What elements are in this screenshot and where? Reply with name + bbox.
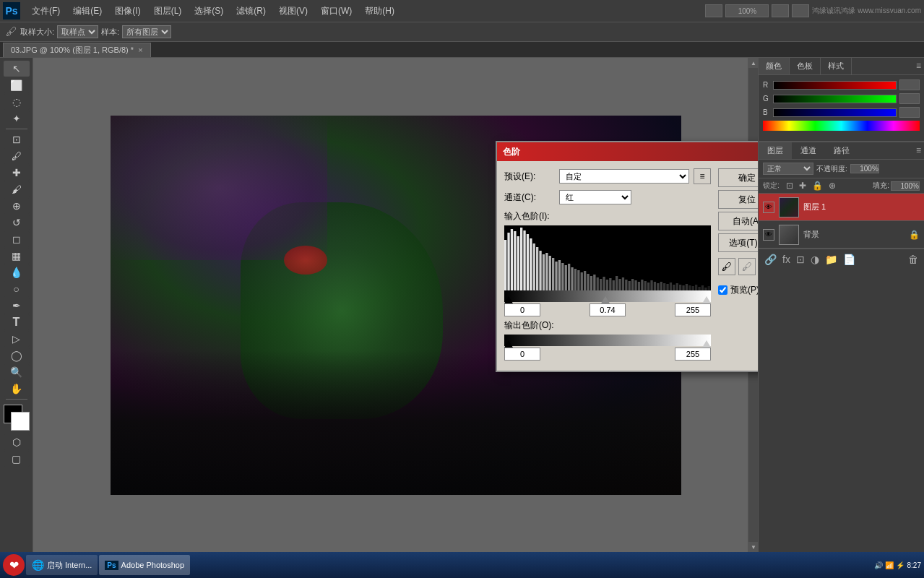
quick-mask-tool[interactable]: ⬡ [4,434,30,450]
menu-view[interactable]: 视图(V) [273,4,314,19]
sample-size-select[interactable]: 取样点 [57,25,98,38]
options-button[interactable]: 选项(T)... [718,233,758,252]
reset-button[interactable]: 复位 [718,190,758,209]
link-layers-button[interactable]: 🔗 [763,252,778,267]
preset-menu-button[interactable]: ≡ [694,168,711,184]
tool-preset-icon[interactable] [705,4,722,17]
zoom-tool[interactable]: 🔍 [4,364,30,380]
green-slider[interactable] [773,95,897,103]
output-white-handle[interactable] [702,340,711,348]
start-button[interactable]: ❤ [3,554,25,576]
lock-position-btn[interactable]: ✚ [797,180,808,191]
red-slider[interactable] [773,81,897,90]
blur-tool[interactable]: 💧 [4,264,30,280]
blend-mode-select[interactable]: 正常 [763,163,813,175]
menu-edit[interactable]: 编辑(E) [67,4,108,19]
channel-select[interactable]: 红 [559,190,631,204]
output-black-handle[interactable] [504,340,513,348]
nav-icon[interactable] [772,4,789,17]
color-spectrum[interactable] [763,121,920,131]
output-min-field[interactable] [504,348,540,361]
blue-value-field[interactable] [899,107,920,118]
lock-icon-btn[interactable]: ⊕ [826,180,838,191]
black-point-eyedropper[interactable]: 🖋 [718,258,735,275]
taskbar-item-ie[interactable]: 🌐 启动 Intern... [26,555,98,575]
gradient-tool[interactable]: ▦ [4,248,30,264]
input-mid-handle[interactable] [601,296,610,303]
layer-visibility-1[interactable]: 👁 [763,202,774,213]
tab-color[interactable]: 颜色 [759,58,790,74]
input-max-field[interactable] [675,303,711,316]
layers-menu-icon[interactable]: ≡ [913,142,924,159]
new-layer-button[interactable]: 📄 [842,252,857,267]
add-mask-button[interactable]: ⊡ [795,252,806,267]
tool-icon2[interactable] [792,4,809,17]
scroll-down-button[interactable]: ▼ [748,542,758,552]
panel-menu-icon[interactable]: ≡ [913,58,924,74]
menu-window[interactable]: 窗口(W) [315,4,358,19]
red-value-field[interactable] [899,79,920,90]
history-tool[interactable]: ↺ [4,215,30,230]
heal-tool[interactable]: ✚ [4,165,30,181]
screen-mode-tool[interactable]: ▢ [4,451,30,467]
color-box[interactable] [4,405,30,431]
path-select-tool[interactable]: ▷ [4,331,30,347]
layer-visibility-bg[interactable]: 👁 [763,229,774,241]
type-tool[interactable]: T [4,314,30,330]
input-mid-field[interactable] [590,303,626,316]
add-style-button[interactable]: fx [781,252,792,267]
output-max-field[interactable] [675,348,711,361]
lasso-tool[interactable]: ◌ [4,94,30,110]
input-white-handle[interactable] [702,296,711,303]
taskbar-item-photoshop[interactable]: Ps Adobe Photoshop [99,555,190,575]
document-tab[interactable]: 03.JPG @ 100% (图层 1, RGB/8) * × [3,43,151,57]
lock-all-btn[interactable]: 🔒 [810,180,825,191]
blue-slider[interactable] [773,108,897,117]
fill-field[interactable] [891,181,920,191]
menu-filter[interactable]: 滤镜(R) [230,4,272,19]
menu-select[interactable]: 选择(S) [189,4,229,19]
eraser-tool[interactable]: ◻ [4,231,30,247]
menu-image[interactable]: 图像(I) [109,4,146,19]
background-color[interactable] [11,412,30,431]
layer-item-1[interactable]: 👁 图层 1 [759,194,924,221]
tab-layers[interactable]: 图层 [759,142,792,159]
ok-button[interactable]: 确定 [718,168,758,187]
tab-paths[interactable]: 路径 [825,142,858,159]
eyedropper-tool[interactable]: 🖋 [4,148,30,164]
menu-file[interactable]: 文件(F) [26,4,66,19]
crop-tool[interactable]: ⊡ [4,131,30,147]
green-value-field[interactable] [899,93,920,104]
new-group-button[interactable]: 📁 [824,252,839,267]
preset-select[interactable]: 自定 [559,169,689,184]
wand-tool[interactable]: ✦ [4,111,30,126]
input-black-handle[interactable] [504,296,513,303]
dodge-tool[interactable]: ○ [4,281,30,297]
scroll-up-button[interactable]: ▲ [748,58,758,68]
marquee-tool[interactable]: ⬜ [4,77,30,93]
brush-tool[interactable]: 🖌 [4,181,30,197]
pen-tool[interactable]: ✒ [4,298,30,314]
preview-checkbox[interactable] [718,285,727,295]
sample-select[interactable]: 所有图层 [122,25,171,38]
stamp-tool[interactable]: ⊕ [4,198,30,214]
tab-close-button[interactable]: × [138,46,142,54]
opacity-field[interactable] [850,164,879,173]
menu-layer[interactable]: 图层(L) [148,4,188,19]
auto-button[interactable]: 自动(A) [718,212,758,230]
hand-tool[interactable]: ✋ [4,381,30,397]
menu-help[interactable]: 帮助(H) [359,4,400,19]
tab-swatches[interactable]: 色板 [790,58,821,74]
new-adjustment-button[interactable]: ◑ [809,252,821,267]
lock-pixels-btn[interactable]: ⊡ [784,180,795,191]
delete-layer-button[interactable]: 🗑 [907,252,920,267]
tab-channels[interactable]: 通道 [792,142,825,159]
gray-point-eyedropper[interactable]: 🖋 [738,258,756,275]
tab-styles[interactable]: 样式 [821,58,852,74]
layer-item-bg[interactable]: 👁 背景 🔒 [759,221,924,249]
input-min-field[interactable] [504,303,540,316]
move-tool[interactable]: ↖ [4,61,30,77]
blue-slider-row: B [763,107,920,118]
svg-rect-26 [587,274,589,290]
shape-tool[interactable]: ◯ [4,348,30,363]
